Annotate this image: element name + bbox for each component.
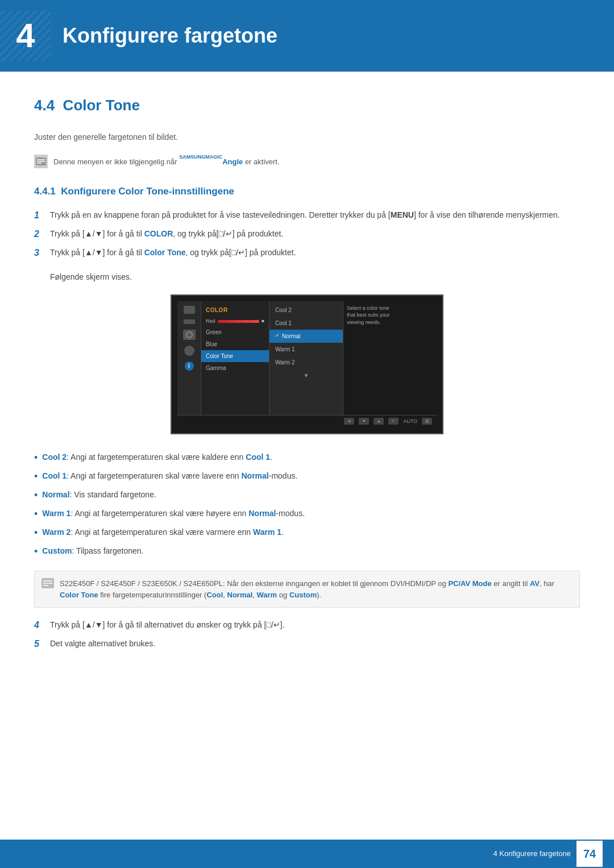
submenu-more: ▼ [269,369,343,380]
chapter-number: 4 [0,10,51,61]
sidebar-icon-3 [183,330,196,340]
monitor-sidebar: i [177,301,201,415]
submenu-warm1: Warm 1 [269,343,343,356]
bullet-cool1: • Cool 1: Angi at fargetemperaturen skal… [34,470,580,484]
note-icon [34,155,48,168]
bullet-custom: • Custom: Tilpass fargetonen. [34,545,580,559]
footer-text: 4 Konfigurere fargetone [493,848,571,859]
btn-enter: ↵ [388,418,399,425]
bullet-list: • Cool 2: Angi at fargetemperaturen skal… [34,451,580,559]
menu-header: COLOR [201,305,269,317]
subsection-heading: 4.4.1 Konfigurere Color Tone-innstilling… [34,184,580,199]
menu-item-colortone: Color Tone [201,350,269,362]
late-steps-list: 4 Trykk på [▲/▼] for å gå til alternativ… [34,619,580,651]
monitor-container: i COLOR Red ■ Green Blue Color Tone Gamm… [34,294,580,435]
step-1: 1 Trykk på en av knappene foran på produ… [34,209,580,222]
sidebar-icon-info: i [185,362,194,371]
menu-item-blue: Blue [201,338,269,350]
inline-note-icon [42,578,54,592]
monitor-inner: i COLOR Red ■ Green Blue Color Tone Gamm… [177,301,437,415]
step-5: 5 Det valgte alternativet brukes. [34,638,580,651]
note-box: Denne menyen er ikke tilgjengelig når SA… [34,153,580,168]
sidebar-icon-gear [184,346,194,356]
auto-label: AUTO [403,418,417,426]
monitor-hint: Select a color tone that best suits your… [343,301,400,415]
intro-text: Juster den generelle fargetonen til bild… [34,131,580,143]
following-text: Følgende skjerm vises. [50,271,580,283]
section-heading: 4.4 Color Tone [34,94,580,120]
menu-item-gamma: Gamma [201,362,269,374]
color-bar-area: Red ■ [201,317,269,327]
page-footer: 4 Konfigurere fargetone 74 [0,840,614,868]
monitor-bottom-bar: ◄ ▼ ▲ ↵ AUTO ⏻ [177,415,437,428]
monitor-submenu: Cool 2 Cool 1 Normal Warm 1 Warm 2 ▼ [269,301,343,415]
submenu-normal: Normal [269,330,343,343]
sidebar-icon-1 [184,306,195,314]
monitor-sim: i COLOR Red ■ Green Blue Color Tone Gamm… [171,294,443,435]
btn-left: ◄ [344,418,354,425]
bullet-warm1: • Warm 1: Angi at fargetemperaturen skal… [34,508,580,522]
steps-list: 1 Trykk på en av knappene foran på produ… [34,209,580,260]
menu-item-green: Green [201,326,269,338]
inline-note: S22E450F / S24E450F / S23E650K / S24E650… [34,571,580,608]
bullet-cool2: • Cool 2: Angi at fargetemperaturen skal… [34,451,580,466]
submenu-cool1: Cool 1 [269,317,343,330]
submenu-cool2: Cool 2 [269,304,343,317]
sidebar-icon-2 [184,319,195,324]
btn-up: ▲ [374,418,384,425]
btn-power: ⏻ [422,418,432,425]
page-header: 4 Konfigurere fargetone [0,0,614,72]
btn-down: ▼ [359,418,369,425]
chapter-title: Konfigurere fargetone [63,20,277,51]
note-text: Denne menyen er ikke tilgjengelig når SA… [53,153,280,167]
step-2: 2 Trykk på [▲/▼] for å gå til COLOR, og … [34,228,580,241]
footer-page-number: 74 [576,841,603,867]
color-bar [218,320,260,323]
step-4: 4 Trykk på [▲/▼] for å gå til alternativ… [34,619,580,632]
bullet-warm2: • Warm 2: Angi at fargetemperaturen skal… [34,526,580,541]
main-content: 4.4 Color Tone Juster den generelle farg… [0,72,614,708]
submenu-warm2: Warm 2 [269,356,343,369]
bullet-normal: • Normal: Vis standard fargetone. [34,489,580,503]
monitor-menu-area: COLOR Red ■ Green Blue Color Tone Gamma [201,301,269,415]
step-3: 3 Trykk på [▲/▼] for å gå til Color Tone… [34,247,580,260]
inline-note-text: S22E450F / S24E450F / S23E650K / S24E650… [60,578,572,600]
